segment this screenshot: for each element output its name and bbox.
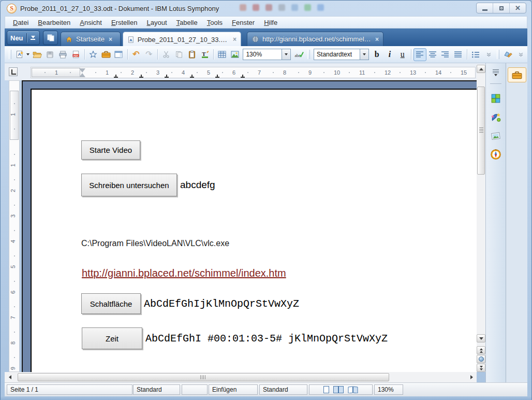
- align-left-button[interactable]: [413, 48, 426, 61]
- status-zoom-cell[interactable]: 130%: [374, 384, 403, 395]
- draw-more-button[interactable]: [514, 48, 527, 61]
- new-dropdown-icon[interactable]: [27, 36, 39, 40]
- h-ruler-number: 5: [207, 69, 210, 76]
- document-workspace: Starte Video Schreiben untersuchen abcde…: [22, 80, 477, 372]
- align-right-button[interactable]: [439, 48, 452, 61]
- document-page[interactable]: Starte Video Schreiben untersuchen abcde…: [31, 89, 477, 372]
- status-style-cell[interactable]: Standard: [133, 384, 180, 395]
- scroll-up-button[interactable]: [477, 65, 485, 73]
- bold-button[interactable]: b: [371, 48, 383, 61]
- next-page-button[interactable]: [477, 364, 485, 372]
- new-button-label: Neu: [7, 34, 26, 42]
- status-empty-cell[interactable]: [182, 384, 208, 395]
- italic-button[interactable]: i: [383, 48, 396, 61]
- v-ruler-number: 1: [10, 164, 16, 167]
- sidebar-item-pictures[interactable]: [490, 130, 502, 142]
- paste-button[interactable]: [186, 48, 199, 61]
- menu-layout[interactable]: Layout: [142, 17, 171, 28]
- scroll-left-button[interactable]: [6, 373, 14, 381]
- starte-video-button[interactable]: Starte Video: [81, 140, 140, 160]
- sidebar-item-browser[interactable]: N: [490, 148, 502, 161]
- zeit-button[interactable]: Zeit: [82, 327, 142, 349]
- navigation-button[interactable]: [477, 355, 485, 363]
- menu-erstellen[interactable]: Erstellen: [107, 17, 142, 28]
- doc-mono-text-1: AbCdEfGhIjKlMnOpQrStVwXyZ: [144, 298, 299, 310]
- zoom-combobox[interactable]: 130%: [243, 49, 291, 60]
- insert-table-button[interactable]: [216, 48, 229, 61]
- export-pdf-button[interactable]: PDF: [69, 48, 82, 61]
- doc-hyperlink[interactable]: http://gianni.bplaced.net/schimmel/index…: [82, 267, 286, 279]
- menu-datei[interactable]: Datei: [8, 17, 33, 28]
- panel-icon: [114, 51, 123, 58]
- thumbnails-button[interactable]: [43, 31, 58, 45]
- arrow-up-icon: [479, 68, 483, 70]
- schaltflaeche-button[interactable]: Schaltfläche: [81, 293, 141, 314]
- scroll-down-button[interactable]: [477, 334, 485, 342]
- format-brush-button[interactable]: T: [198, 48, 211, 61]
- h-ruler-margin-number: 1: [55, 69, 58, 76]
- paragraph-style-combobox[interactable]: Standardtext: [314, 49, 369, 60]
- tab-browser[interactable]: http://gianni.bplaced.net/schimmel/... ×: [247, 32, 383, 46]
- tab-close-icon[interactable]: ×: [375, 36, 379, 42]
- ruler-tick: [349, 72, 350, 73]
- vertical-scrollbar[interactable]: [477, 65, 485, 372]
- status-insert-mode-cell[interactable]: Einfügen: [209, 384, 258, 395]
- sidebar-item-widgets[interactable]: [490, 92, 502, 105]
- menu-hilfe[interactable]: Hilfe: [259, 17, 282, 28]
- print-button[interactable]: [56, 48, 69, 61]
- new-file-dropdown-icon[interactable]: [26, 53, 29, 55]
- tab-document-active[interactable]: A Probe_2011_01_27_10_33.odt ×: [123, 32, 241, 46]
- minimize-button[interactable]: [477, 3, 493, 13]
- open-button[interactable]: [31, 48, 44, 61]
- zoom-dropdown-icon[interactable]: [282, 49, 290, 60]
- menu-fenster[interactable]: Fenster: [227, 17, 259, 28]
- new-document-button[interactable]: Neu: [7, 31, 40, 45]
- underline-button[interactable]: u: [396, 48, 409, 61]
- panel-toolbox-button[interactable]: [508, 67, 526, 82]
- sidebar-item-clipart[interactable]: [490, 111, 502, 123]
- new-file-button[interactable]: A: [13, 48, 26, 61]
- tab-stop-marker: [241, 75, 245, 78]
- bullet-list-button[interactable]: [469, 48, 482, 61]
- menu-bearbeiten[interactable]: Bearbeiten: [33, 17, 75, 28]
- toolbar-grip[interactable]: [9, 50, 11, 59]
- schreiben-untersuchen-button[interactable]: Schreiben untersuchen: [81, 174, 177, 196]
- menu-ansicht[interactable]: Ansicht: [75, 17, 107, 28]
- minimize-icon: [482, 9, 487, 11]
- scroll-right-button[interactable]: [467, 373, 476, 381]
- restore-button[interactable]: [493, 3, 509, 13]
- tab-close-icon[interactable]: ×: [233, 36, 237, 42]
- close-button[interactable]: ✕: [509, 3, 526, 13]
- sidebar-options-button[interactable]: [493, 69, 499, 76]
- toolbox-button[interactable]: [99, 48, 112, 61]
- more-options-button[interactable]: [482, 48, 495, 61]
- align-justify-button[interactable]: [452, 48, 465, 61]
- svg-text:A: A: [129, 37, 132, 42]
- spellcheck-button[interactable]: abc: [292, 48, 305, 61]
- horizontal-scroll-thumb[interactable]: [18, 373, 389, 381]
- vertical-scroll-thumb[interactable]: [477, 87, 485, 175]
- tab-startseite[interactable]: Startseite ×: [61, 32, 121, 46]
- tab-close-icon[interactable]: ×: [109, 36, 112, 42]
- app-logo-icon: S: [7, 4, 17, 13]
- ruler-tick: [45, 72, 46, 73]
- previous-page-button[interactable]: [477, 346, 485, 354]
- status-view-layout-cell[interactable]: [309, 384, 373, 395]
- tab-type-selector[interactable]: [9, 67, 18, 76]
- window-bottom-border: [1, 396, 531, 400]
- insert-image-button[interactable]: [229, 48, 242, 61]
- favorites-button[interactable]: [87, 48, 100, 61]
- pdf-icon: PDF: [72, 50, 80, 59]
- v-ruler[interactable]: 1234567891: [9, 80, 20, 372]
- align-center-button[interactable]: [426, 48, 439, 61]
- horizontal-scrollbar[interactable]: [5, 372, 477, 382]
- status-page-cell[interactable]: Seite 1 / 1: [7, 384, 132, 395]
- status-format-cell[interactable]: Standard: [259, 384, 307, 395]
- menu-tools[interactable]: Tools: [202, 17, 227, 28]
- draw-tools-button[interactable]: [501, 48, 514, 61]
- undo-button[interactable]: ↶: [130, 48, 143, 61]
- style-dropdown-icon[interactable]: [360, 49, 368, 60]
- h-ruler[interactable]: 1234567891011121314151: [31, 67, 476, 78]
- panel-layout-button[interactable]: [112, 48, 125, 61]
- menu-tabelle[interactable]: Tabelle: [172, 17, 202, 28]
